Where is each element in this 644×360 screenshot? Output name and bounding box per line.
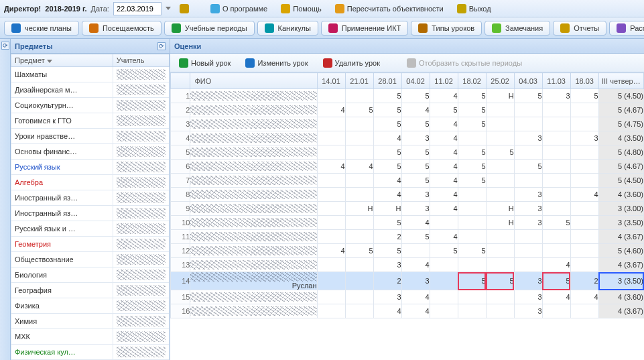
- grade-cell[interactable]: 4: [542, 258, 570, 272]
- refresh-button-left[interactable]: ⟳: [1, 42, 9, 50]
- grade-cell[interactable]: [486, 230, 514, 244]
- grade-cell[interactable]: [458, 258, 486, 272]
- grade-cell[interactable]: 3: [514, 290, 542, 304]
- grade-cell[interactable]: [317, 230, 345, 244]
- grade-cell[interactable]: [486, 304, 514, 318]
- grade-cell[interactable]: 4: [430, 174, 458, 188]
- grade-cell[interactable]: [570, 174, 598, 188]
- subject-row[interactable]: Геометрия: [11, 237, 170, 252]
- grade-cell[interactable]: 4: [401, 103, 430, 117]
- grade-cell[interactable]: 4: [401, 304, 430, 318]
- grade-row[interactable]: 14Руслан23553523 (3.50): [171, 272, 644, 290]
- grade-cell[interactable]: 5: [458, 244, 486, 258]
- grade-cell[interactable]: [486, 258, 514, 272]
- grade-cell[interactable]: 3: [514, 216, 542, 230]
- col-date-04.02[interactable]: 04.02: [401, 73, 430, 89]
- grade-cell[interactable]: [542, 103, 570, 117]
- grade-cell[interactable]: Н: [373, 202, 401, 216]
- grade-row[interactable]: 4434334 (3.50): [171, 131, 644, 145]
- grade-cell[interactable]: Н: [345, 202, 373, 216]
- grade-cell[interactable]: 5: [458, 160, 486, 174]
- grade-row[interactable]: 133444 (3.67): [171, 258, 644, 272]
- grade-cell[interactable]: 4: [570, 188, 598, 202]
- grade-cell[interactable]: 4: [317, 244, 345, 258]
- grade-cell[interactable]: [514, 174, 542, 188]
- refresh-button-subjects[interactable]: ⟳: [157, 42, 166, 50]
- grade-cell[interactable]: 4: [373, 174, 401, 188]
- exit-button[interactable]: Выход: [452, 1, 496, 16]
- grade-cell[interactable]: [317, 174, 345, 188]
- term-avg-cell[interactable]: 4 (3.60): [598, 290, 643, 304]
- grade-row[interactable]: 355455 (4.75): [171, 117, 644, 131]
- grade-cell[interactable]: 5: [430, 244, 458, 258]
- grade-cell[interactable]: [317, 272, 345, 290]
- grade-cell[interactable]: Н: [486, 216, 514, 230]
- grade-cell[interactable]: [570, 117, 598, 131]
- grade-cell[interactable]: [514, 103, 542, 117]
- date-picker-button[interactable]: [175, 1, 194, 16]
- subject-row[interactable]: Физика: [11, 298, 170, 314]
- grade-cell[interactable]: [345, 188, 373, 202]
- grade-cell[interactable]: [317, 131, 345, 145]
- date-dropdown-icon[interactable]: [166, 7, 171, 10]
- grade-cell[interactable]: [514, 117, 542, 131]
- grade-cell[interactable]: [317, 89, 345, 103]
- grade-row[interactable]: 8434344 (3.60): [171, 188, 644, 202]
- grade-cell[interactable]: 4: [373, 131, 401, 145]
- grade-cell[interactable]: 4: [430, 230, 458, 244]
- grade-row[interactable]: 644554555 (4.67): [171, 160, 644, 174]
- grade-cell[interactable]: 3: [401, 188, 430, 202]
- grade-cell[interactable]: [542, 244, 570, 258]
- term-avg-cell[interactable]: 3 (3.50): [598, 216, 643, 230]
- grade-cell[interactable]: 5: [373, 145, 401, 160]
- grade-cell[interactable]: [486, 131, 514, 145]
- grade-cell[interactable]: [317, 145, 345, 160]
- grade-cell[interactable]: 3: [542, 89, 570, 103]
- grade-cell[interactable]: [514, 258, 542, 272]
- grade-cell[interactable]: [317, 258, 345, 272]
- grade-cell[interactable]: 5: [458, 174, 486, 188]
- grade-cell[interactable]: [345, 216, 373, 230]
- grade-cell[interactable]: [514, 244, 542, 258]
- grade-cell[interactable]: 4: [401, 258, 430, 272]
- grade-cell[interactable]: [345, 272, 373, 290]
- tab-reports[interactable]: Отчеты: [553, 21, 606, 36]
- tab-attendance[interactable]: Посещаемость: [82, 21, 162, 36]
- grade-cell[interactable]: [317, 202, 345, 216]
- grade-cell[interactable]: 5: [570, 89, 598, 103]
- grade-cell[interactable]: 4: [542, 290, 570, 304]
- grade-cell[interactable]: [570, 160, 598, 174]
- grade-cell[interactable]: 5: [542, 216, 570, 230]
- grade-cell[interactable]: 4: [317, 103, 345, 117]
- grade-cell[interactable]: [514, 230, 542, 244]
- grade-cell[interactable]: 4: [401, 216, 430, 230]
- grade-cell[interactable]: 5: [430, 103, 458, 117]
- grade-cell[interactable]: 4: [401, 290, 430, 304]
- grade-cell[interactable]: [486, 117, 514, 131]
- subject-row[interactable]: МХК: [11, 329, 170, 345]
- grade-row[interactable]: 745455 (4.50): [171, 174, 644, 188]
- grade-cell[interactable]: 3: [401, 202, 430, 216]
- grade-cell[interactable]: [542, 202, 570, 216]
- col-teacher[interactable]: Учитель: [113, 54, 169, 67]
- grade-cell[interactable]: [345, 145, 373, 160]
- grade-row[interactable]: 15545Н5355 (4.50): [171, 89, 644, 103]
- grade-cell[interactable]: 3: [401, 272, 430, 290]
- grade-cell[interactable]: [430, 216, 458, 230]
- grade-cell[interactable]: [486, 160, 514, 174]
- grade-cell[interactable]: 5: [401, 145, 430, 160]
- subject-row[interactable]: Обществознание: [11, 252, 170, 267]
- col-date-14.01[interactable]: 14.01: [317, 73, 345, 89]
- subject-row[interactable]: Химия: [11, 314, 170, 329]
- grade-cell[interactable]: 3: [514, 304, 542, 318]
- grade-cell[interactable]: [458, 230, 486, 244]
- subject-row[interactable]: Иностранный яз…: [11, 206, 170, 221]
- delete-lesson-button[interactable]: Удалить урок: [318, 56, 385, 70]
- grade-cell[interactable]: 5: [401, 160, 430, 174]
- col-date-11.03[interactable]: 11.03: [542, 73, 570, 89]
- grade-cell[interactable]: 5: [373, 244, 401, 258]
- grade-cell[interactable]: 5: [542, 272, 570, 290]
- grade-cell[interactable]: [317, 188, 345, 202]
- subject-row[interactable]: Физическая кул…: [11, 345, 170, 360]
- grade-cell[interactable]: [486, 244, 514, 258]
